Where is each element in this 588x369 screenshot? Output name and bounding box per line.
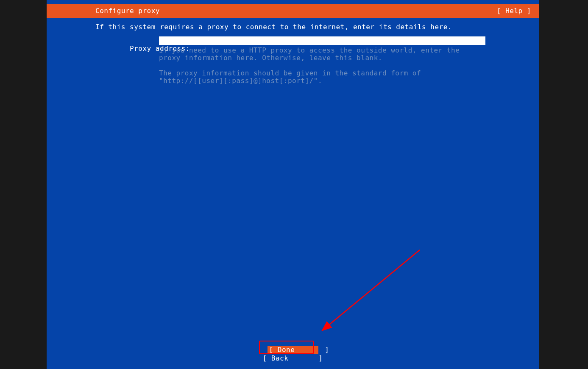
proxy-hint-1: If you need to use a HTTP proxy to acces…: [159, 47, 485, 62]
intro-text: If this system requires a proxy to conne…: [95, 22, 452, 32]
help-button[interactable]: [ Help ]: [497, 7, 531, 15]
proxy-address-input[interactable]: [159, 36, 485, 45]
proxy-hint-2: The proxy information should be given in…: [159, 69, 485, 85]
installer-console: Configure proxy [ Help ] If this system …: [47, 0, 539, 369]
form-body: If this system requires a proxy to conne…: [47, 18, 539, 85]
title-bar: Configure proxy [ Help ]: [47, 4, 539, 18]
svg-line-1: [322, 250, 420, 330]
done-button[interactable]: [ Done ]: [268, 346, 318, 354]
footer-buttons: [ Done ] [ Back ]: [47, 346, 539, 362]
header-pad: [47, 0, 539, 4]
back-button[interactable]: [ Back ]: [47, 354, 539, 362]
page-title: Configure proxy: [95, 7, 160, 15]
